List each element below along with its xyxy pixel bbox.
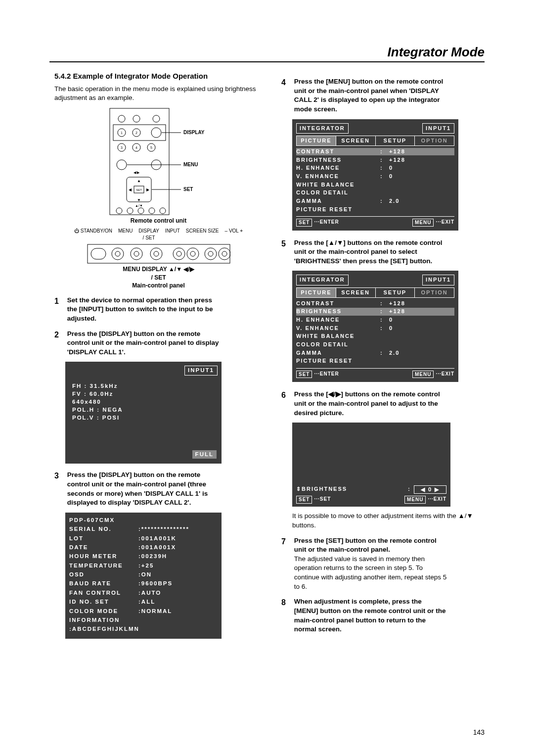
right-column: 4 Press the [MENU] button on the remote …	[281, 71, 490, 646]
page: Integrator Mode 5.4.2 Example of Integra…	[0, 0, 534, 756]
model-line: PDP-607CMX	[69, 517, 218, 524]
osd-tab: PICTURE	[297, 288, 336, 297]
page-number: 143	[473, 728, 485, 736]
osd-row: WHITE BALANCE	[296, 332, 454, 340]
osd-tab: SCREEN	[336, 288, 376, 297]
main-label2: / SET	[54, 274, 263, 282]
display-call-line: POL.H : NEGA	[72, 406, 218, 414]
note-6: It is possible to move to other adjustme…	[292, 512, 490, 530]
osd-tab: SETUP	[376, 288, 415, 297]
osd-row: WHITE BALANCE	[296, 181, 454, 189]
remote-control-figure: 1 2 3 4 5 ◀/▶ SET ▲ ▼	[54, 108, 263, 225]
step-6: 6 Press the [◀/▶] buttons on the remote …	[281, 390, 490, 418]
svg-text:SET: SET	[136, 189, 142, 191]
osd-row: H. ENHANCE:0	[296, 164, 454, 172]
osd-row: V. ENHANCE:0	[296, 173, 454, 180]
info-row: FAN CONTROL:AUTO	[69, 589, 218, 597]
step-5: 5 Press the [▲/▼] buttons on the remote …	[281, 238, 490, 266]
remote-caption: Remote control unit	[54, 217, 263, 225]
osd-row: BRIGHTNESS:+128	[296, 156, 454, 164]
info-row: :ABCDEFGHIJKLMN	[69, 625, 218, 633]
integrator-osd-2: INTEGRATOR INPUT1 PICTURESCREENSETUPOPTI…	[292, 271, 458, 382]
display-call-1-panel: INPUT1 FH : 31.5kHzFV : 60.0Hz640x480POL…	[65, 362, 222, 464]
osd-tab: OPTION	[415, 136, 454, 145]
osd-tab: SCREEN	[336, 136, 376, 145]
osd-row: BRIGHTNESS:+128	[296, 308, 454, 315]
info-row: BAUD RATE:9600BPS	[69, 580, 218, 588]
info-row: OSD:ON	[69, 571, 218, 579]
display-call-line: FV : 60.0Hz	[72, 390, 218, 398]
full-badge: FULL	[192, 450, 217, 459]
info-row: INFORMATION	[69, 616, 218, 624]
svg-text:3: 3	[121, 146, 123, 149]
step-2: 2 Press the [DISPLAY] button on the remo…	[54, 330, 263, 357]
display-call-line: POL.V : POSI	[72, 414, 218, 422]
callout-set: SET	[183, 187, 193, 192]
info-row: SERIAL NO.:***************	[69, 525, 218, 533]
left-column: 5.4.2 Example of Integrator Mode Operati…	[54, 71, 263, 646]
svg-text:▲: ▲	[137, 179, 141, 183]
osd-tab: SETUP	[376, 136, 415, 145]
step-3: 3 Press the [DISPLAY] button on the remo…	[54, 471, 263, 508]
integrator-osd-1: INTEGRATOR INPUT1 PICTURESCREENSETUPOPTI…	[292, 119, 458, 231]
main-label1: MENU DISPLAY ▲/▼ ◀/▶	[54, 265, 263, 274]
input1-badge: INPUT1	[184, 366, 218, 376]
info-row: TEMPERATURE:+25	[69, 562, 218, 570]
svg-text:5: 5	[150, 146, 152, 149]
intro-text: The basic operation in the menu mode is …	[54, 85, 263, 103]
svg-text:2: 2	[135, 131, 137, 135]
info-row: LOT:001A001K	[69, 535, 218, 543]
osd-row: V. ENHANCE:0	[296, 325, 454, 332]
osd-tab: PICTURE	[297, 136, 336, 145]
osd-row: CONTRAST:+128	[296, 300, 454, 307]
step-1: 1 Set the device to normal operation the…	[54, 296, 263, 324]
step-7: 7 Press the [SET] button on the remote c…	[281, 536, 490, 592]
osd-row: COLOR DETAIL	[296, 189, 454, 196]
display-call-line: FH : 31.5kHz	[72, 382, 218, 390]
chapter-title: Integrator Mode	[388, 45, 485, 60]
main-caption: Main-control panel	[54, 282, 263, 290]
info-row: COLOR MODE:NORMAL	[69, 608, 218, 615]
svg-text:1: 1	[121, 131, 123, 135]
osd-row: PICTURE RESET	[296, 206, 454, 213]
callout-display: DISPLAY	[183, 130, 205, 135]
osd-row: CONTRAST:+128	[296, 148, 454, 155]
svg-text:▼: ▼	[137, 198, 141, 202]
main-control-figure: ⏻ STANDBY/ON MENU DISPLAY / SET INPUT SC…	[54, 228, 263, 289]
info-row: DATE:001A001X	[69, 544, 218, 552]
info-row: ID NO. SET:ALL	[69, 598, 218, 606]
callout-menu: MENU	[183, 162, 198, 167]
svg-text:▶: ▶	[146, 188, 150, 192]
svg-text:4: 4	[135, 146, 137, 149]
svg-text:◀/▶: ◀/▶	[134, 171, 140, 174]
brightness-adjust-panel: ⇕ BRIGHTNESS : ◀ 0 ▶ SET···SET MENU···EX…	[292, 423, 450, 507]
display-call-2-panel: PDP-607CMX SERIAL NO.:***************LOT…	[65, 513, 222, 639]
osd-row: H. ENHANCE:0	[296, 316, 454, 324]
step-4: 4 Press the [MENU] button on the remote …	[281, 77, 490, 114]
osd-row: PICTURE RESET	[296, 357, 454, 365]
osd-row: GAMMA:2.0	[296, 197, 454, 205]
display-call-line: 640x480	[72, 398, 218, 406]
osd-row: GAMMA:2.0	[296, 349, 454, 357]
svg-text:▲/▼: ▲/▼	[135, 204, 143, 207]
info-row: HOUR METER:00239H	[69, 553, 218, 561]
step-8: 8 When adjustment is complete, press the…	[281, 597, 490, 634]
svg-text:◀: ◀	[129, 188, 132, 192]
osd-row: COLOR DETAIL	[296, 341, 454, 348]
header-rule	[49, 61, 485, 62]
section-heading: 5.4.2 Example of Integrator Mode Operati…	[54, 71, 263, 82]
osd-tab: OPTION	[415, 288, 454, 297]
